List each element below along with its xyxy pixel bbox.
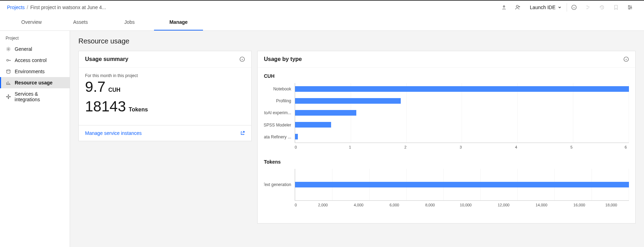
- key-icon: [6, 57, 11, 63]
- tab-manage[interactable]: Manage: [154, 14, 203, 30]
- manage-service-instances-link[interactable]: Manage service instances: [85, 130, 142, 136]
- card-body: For this month in this project 9.7 CUH 1…: [79, 68, 251, 125]
- card-header: Usage summary: [79, 51, 251, 68]
- breadcrumb-separator: /: [27, 5, 28, 10]
- summary-footer: Manage service instances: [79, 125, 251, 141]
- sidebar-item-label: Resource usage: [15, 80, 52, 85]
- chart-axis-tick: 6: [625, 145, 627, 149]
- chart-axis-tick: 2: [404, 145, 406, 149]
- chart-bar-row: [295, 131, 629, 143]
- add-user-icon[interactable]: [511, 0, 525, 14]
- storage-icon: [6, 69, 11, 74]
- breadcrumb-root-link[interactable]: Projects: [7, 5, 25, 10]
- card-title: Usage by type: [264, 56, 302, 62]
- card-title: Usage summary: [85, 56, 128, 62]
- chart-bar: [295, 110, 356, 116]
- cards-row: Usage summary For this month in this pro…: [78, 51, 636, 224]
- svg-point-4: [629, 8, 630, 9]
- chart-axis-tick: 0: [295, 203, 297, 207]
- info-icon[interactable]: [239, 56, 245, 62]
- tokens-chart: Tokens Text generation 02,0004,0006,0008…: [264, 159, 629, 207]
- svg-point-2: [629, 6, 630, 7]
- chart-category-label: Text generation: [264, 179, 295, 191]
- tabs: Overview Assets Jobs Manage: [0, 14, 644, 31]
- hchart-labels: Text generation: [264, 169, 295, 200]
- chart-category-label: Notebook: [264, 83, 295, 95]
- svg-point-0: [516, 5, 518, 7]
- info-icon[interactable]: [623, 56, 629, 62]
- svg-point-6: [7, 60, 8, 61]
- chart-bar: [295, 122, 331, 128]
- topbar: Projects / First project in watsonx at J…: [0, 0, 644, 14]
- breadcrumb-current: First project in watsonx at June 4...: [30, 5, 106, 10]
- card-body: CUH NotebookProfilingAutoAI experim...SP…: [258, 68, 635, 223]
- chart-bar-row: [295, 83, 629, 95]
- svg-point-8: [8, 96, 9, 97]
- hchart-plot: [295, 169, 629, 201]
- chart-axis-tick: 8,000: [425, 203, 435, 207]
- sidebar-item-access[interactable]: Access control: [0, 55, 70, 66]
- chart-bar-row: [295, 107, 629, 119]
- chart-axis-tick: 3: [460, 145, 462, 149]
- integrations-icon: [6, 94, 11, 100]
- tab-overview[interactable]: Overview: [7, 14, 56, 30]
- hchart: NotebookProfilingAutoAI experim...SPSS M…: [264, 83, 629, 143]
- tab-assets[interactable]: Assets: [56, 14, 105, 30]
- chevron-down-icon: [558, 5, 562, 9]
- sidebar-item-resource-usage[interactable]: Resource usage: [0, 77, 70, 88]
- chart-axis-tick: 1: [349, 145, 351, 149]
- sidebar-item-general[interactable]: General: [0, 43, 70, 55]
- chart-bar-row: [295, 179, 629, 191]
- summary-tokens-unit: Tokens: [129, 107, 148, 113]
- main: Project General Access control: [0, 31, 644, 247]
- chart-axis-tick: 16,000: [573, 203, 585, 207]
- summary-tokens: 18143 Tokens: [85, 99, 245, 114]
- launch-ide-label: Launch IDE: [530, 5, 555, 10]
- usage-by-type-card: Usage by type CUH NotebookProfilingAutoA…: [257, 51, 636, 224]
- topbar-actions: Launch IDE: [497, 0, 637, 14]
- launch-ide-dropdown[interactable]: Launch IDE: [525, 0, 567, 14]
- hchart-axis: 0123456: [295, 145, 629, 149]
- usage-summary-card: Usage summary For this month in this pro…: [78, 51, 252, 141]
- tab-jobs[interactable]: Jobs: [105, 14, 154, 30]
- chart-category-label: Profiling: [264, 95, 295, 107]
- hchart: Text generation: [264, 169, 629, 201]
- sidebar-item-services[interactable]: Services & integrations: [0, 88, 70, 105]
- sidebar-item-label: Environments: [15, 69, 45, 74]
- bookmark-icon: [609, 0, 623, 14]
- svg-point-12: [10, 96, 10, 97]
- chart-category-label: AutoAI experim...: [264, 107, 295, 119]
- settings-icon[interactable]: [623, 0, 637, 14]
- sidebar-item-environments[interactable]: Environments: [0, 66, 70, 77]
- svg-point-7: [7, 70, 10, 71]
- cuh-chart: CUH NotebookProfilingAutoAI experim...SP…: [264, 73, 629, 149]
- info-icon[interactable]: [567, 0, 581, 14]
- chart-bar-row: [295, 95, 629, 107]
- chart-axis-tick: 5: [570, 145, 573, 149]
- chart-category-label: SPSS Modeler: [264, 119, 295, 131]
- chart-axis-tick: 18,000: [606, 203, 617, 207]
- svg-point-9: [8, 95, 9, 95]
- chart-axis-tick: 4: [515, 145, 517, 149]
- launch-icon[interactable]: [240, 131, 245, 136]
- svg-point-10: [8, 98, 9, 99]
- hchart-plot: [295, 83, 629, 143]
- chart-axis-tick: 12,000: [498, 203, 510, 207]
- chart-category-label: Data Refinery ...: [264, 131, 295, 143]
- svg-point-5: [8, 48, 9, 50]
- svg-point-3: [631, 7, 632, 8]
- summary-cuh-unit: CUH: [108, 87, 120, 93]
- breadcrumb: Projects / First project in watsonx at J…: [7, 5, 106, 10]
- sidebar-item-label: Access control: [15, 57, 47, 63]
- chart-icon: [6, 80, 11, 85]
- hchart-labels: NotebookProfilingAutoAI experim...SPSS M…: [264, 83, 295, 143]
- summary-cuh-value: 9.7: [85, 80, 105, 94]
- chart-bar: [295, 134, 298, 139]
- chart-bar-row: [295, 119, 629, 131]
- chart-bar: [295, 86, 629, 92]
- upload-icon[interactable]: [497, 0, 511, 14]
- sidebar-item-label: Services & integrations: [15, 91, 64, 102]
- chart-axis-tick: 4,000: [354, 203, 364, 207]
- chart-title: CUH: [264, 73, 629, 79]
- chart-axis-tick: 6,000: [390, 203, 399, 207]
